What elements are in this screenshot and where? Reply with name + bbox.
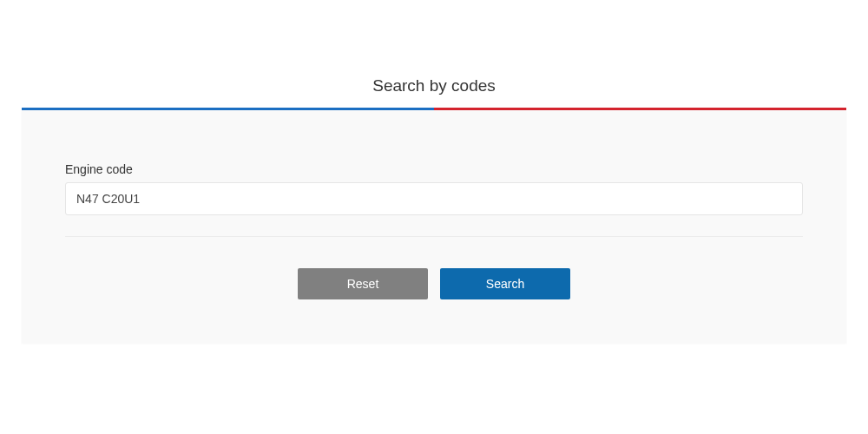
page-title: Search by codes: [22, 76, 846, 95]
accent-border-red: [434, 108, 846, 110]
engine-code-input[interactable]: [65, 182, 803, 215]
accent-border: [22, 108, 846, 110]
button-row: Reset Search: [65, 268, 803, 299]
search-panel: Engine code Reset Search: [22, 110, 846, 343]
divider: [65, 236, 803, 237]
search-button[interactable]: Search: [440, 268, 570, 299]
reset-button[interactable]: Reset: [298, 268, 428, 299]
engine-code-label: Engine code: [65, 162, 803, 176]
accent-border-blue: [22, 108, 434, 110]
